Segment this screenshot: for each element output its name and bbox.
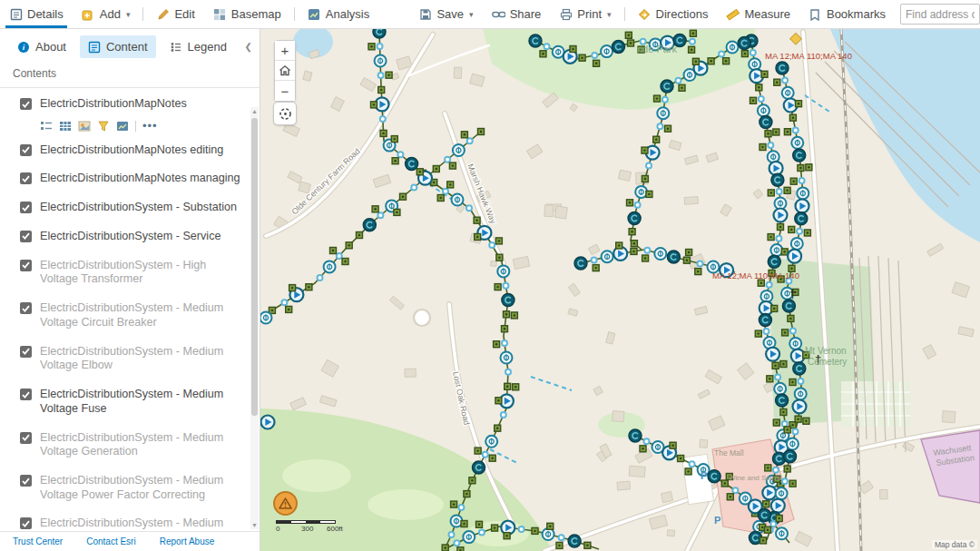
fuse-marker[interactable] [789,480,796,487]
device-marker[interactable] [601,45,612,57]
fuse-marker[interactable] [449,162,456,169]
fuse-marker[interactable] [789,114,796,121]
layer-checkbox[interactable] [20,144,32,156]
fuse-marker[interactable] [631,248,637,254]
switch-marker[interactable] [771,499,785,513]
service-marker[interactable] [281,300,287,305]
layer-checkbox[interactable] [20,302,32,314]
fuse-marker[interactable] [640,446,646,452]
service-marker[interactable] [318,275,323,280]
tab-legend[interactable]: Legend [162,35,235,58]
fuse-marker[interactable] [774,79,780,85]
fuse-marker[interactable] [342,259,348,265]
transformer-marker[interactable] [502,294,514,307]
add-button[interactable]: Add ▾ [73,0,140,28]
fuse-marker[interactable] [475,448,481,454]
service-marker[interactable] [698,261,703,266]
fuse-marker[interactable] [346,242,352,249]
transformer-marker[interactable] [661,80,673,93]
fuse-marker[interactable] [796,101,802,107]
fuse-marker[interactable] [692,58,699,64]
fuse-marker[interactable] [504,533,510,539]
service-marker[interactable] [644,248,650,253]
service-marker[interactable] [559,535,564,540]
transformer-marker[interactable] [628,212,641,224]
fuse-marker[interactable] [378,87,385,93]
fuse-marker[interactable] [380,130,387,136]
layer-checkbox[interactable] [20,517,32,529]
switch-marker[interactable] [788,250,801,263]
fuse-marker[interactable] [447,182,454,188]
fuse-marker[interactable] [464,491,470,497]
service-marker[interactable] [798,379,803,384]
device-marker[interactable] [727,42,739,54]
layer-checkbox[interactable] [20,389,32,400]
device-marker[interactable] [776,487,788,499]
transformer-marker[interactable] [760,116,772,129]
fuse-marker[interactable] [665,125,671,132]
fuse-marker[interactable] [765,131,771,137]
fuse-marker[interactable] [371,102,377,108]
fuse-marker[interactable] [496,254,503,261]
layer-checkbox[interactable] [20,231,32,242]
fuse-marker[interactable] [584,542,591,548]
fuse-marker[interactable] [789,226,795,232]
service-marker[interactable] [397,152,403,157]
device-marker[interactable] [776,527,788,539]
fuse-marker[interactable] [394,209,400,215]
fuse-marker[interactable] [784,129,790,135]
device-marker[interactable] [774,383,786,395]
transformer-marker[interactable] [667,251,680,263]
service-marker[interactable] [449,532,455,537]
service-marker[interactable] [767,282,772,288]
fuse-marker[interactable] [593,60,600,66]
fuse-marker[interactable] [579,54,585,61]
device-marker[interactable] [797,187,808,199]
home-button[interactable] [275,61,295,81]
fuse-marker[interactable] [368,44,375,50]
device-marker[interactable] [324,261,336,272]
perform-analysis-icon[interactable] [116,120,129,133]
filter-icon[interactable] [97,120,110,133]
service-marker[interactable] [644,438,650,444]
layer-row[interactable]: ElectricDistributionSystem - Service [13,222,243,251]
fuse-marker[interactable] [686,250,692,256]
transformer-marker[interactable] [738,37,750,50]
fuse-marker[interactable] [780,409,787,416]
layer-row[interactable]: ElectricDistributionMapNotes [13,90,243,119]
fuse-marker[interactable] [654,95,661,102]
fuse-marker[interactable] [642,255,649,261]
search-input[interactable] [900,4,980,25]
service-marker[interactable] [519,526,524,532]
bookmarks-button[interactable]: Bookmarks [799,0,895,28]
fuse-marker[interactable] [461,521,467,527]
service-marker[interactable] [592,53,597,58]
service-marker[interactable] [479,529,485,535]
device-marker[interactable] [795,388,807,399]
fuse-marker[interactable] [495,284,501,290]
fuse-marker[interactable] [789,379,796,386]
device-marker[interactable] [791,238,803,250]
transformer-marker[interactable] [758,508,770,521]
fuse-marker[interactable] [755,330,761,337]
show-legend-icon[interactable] [40,120,53,133]
service-marker[interactable] [377,212,383,218]
layer-row[interactable]: ElectricDistributionMapNotes managing [13,164,243,193]
fuse-marker[interactable] [475,234,481,241]
fuse-marker[interactable] [695,269,701,275]
fuse-marker[interactable] [400,193,407,200]
fuse-marker[interactable] [727,494,733,500]
transformer-marker[interactable] [568,535,581,547]
fuse-marker[interactable] [781,249,788,255]
transformer-marker[interactable] [771,173,784,186]
fuse-marker[interactable] [461,132,467,138]
fuse-marker[interactable] [806,164,812,171]
fuse-marker[interactable] [513,384,519,390]
fuse-marker[interactable] [391,136,397,143]
fuse-marker[interactable] [437,195,444,202]
switch-marker[interactable] [793,399,807,413]
fuse-marker[interactable] [760,144,766,151]
fuse-marker[interactable] [489,455,495,461]
fuse-marker[interactable] [442,545,448,551]
service-marker[interactable] [776,236,781,241]
